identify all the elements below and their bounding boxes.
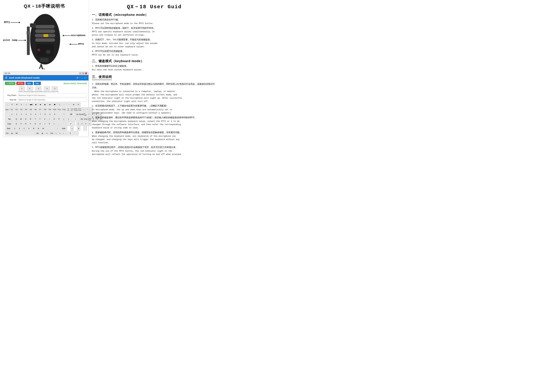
key-break[interactable]: BreakPause	[74, 107, 78, 112]
ptt1-button[interactable]: ✓ PTT1	[5, 82, 15, 85]
key-comma[interactable]: ,	[46, 126, 50, 131]
key-a[interactable]: A	[14, 121, 19, 126]
key-caps[interactable]: Caps	[5, 121, 14, 126]
spec-key-zoom[interactable]: ⊕	[71, 102, 76, 107]
upload-icon[interactable]: ↑	[79, 76, 80, 79]
key-np-period[interactable]: .	[75, 131, 79, 135]
key-backslash[interactable]: \	[71, 117, 80, 121]
key-b[interactable]: B	[31, 126, 36, 131]
key-2[interactable]: 2	[15, 112, 19, 116]
key-w[interactable]: W	[19, 117, 23, 121]
minimize-button[interactable]: －	[79, 72, 81, 74]
key-1[interactable]: 1	[10, 112, 14, 116]
key-del[interactable]: Del	[80, 117, 84, 121]
download-icon[interactable]: ↓	[81, 76, 83, 79]
mouse-right-button[interactable]: 🖱	[27, 86, 33, 91]
key-3[interactable]: 3	[19, 112, 24, 116]
hamburger-icon[interactable]: ☰	[5, 76, 7, 79]
key-minus[interactable]: -	[57, 112, 62, 116]
spec-key-right-arrow[interactable]: →	[67, 102, 71, 107]
key-f7[interactable]: F7	[38, 107, 43, 112]
mouse-five-button[interactable]: 🖱	[52, 86, 58, 91]
key-5[interactable]: 5	[29, 112, 33, 116]
key-d[interactable]: D	[24, 121, 28, 126]
key-ralt[interactable]: Alt	[35, 131, 40, 135]
key-u[interactable]: U	[43, 117, 47, 121]
key-np-dot[interactable]: .	[83, 126, 87, 131]
key-f12[interactable]: F12	[62, 107, 66, 112]
key-t[interactable]: T	[33, 117, 37, 121]
spec-key-search[interactable]: 🔍	[57, 102, 62, 107]
mouse-middle-button[interactable]: 🖱	[36, 86, 41, 91]
mouse-left-button[interactable]: 🖱	[19, 86, 25, 91]
key-lalt[interactable]: Alt	[15, 131, 19, 135]
key-numlock[interactable]: NumLock	[78, 107, 81, 112]
key-right-arrow[interactable]: >	[62, 131, 65, 135]
refresh-icon[interactable]: ↺	[76, 76, 78, 79]
key-np0[interactable]: 0	[77, 126, 80, 131]
key-backtick[interactable]: `	[5, 112, 9, 116]
ptt2-button[interactable]: PTT2	[16, 82, 24, 85]
spec-key-refresh[interactable]: ↻	[76, 102, 80, 107]
key-r[interactable]: R	[28, 117, 33, 121]
spec-key-next[interactable]: ⏭	[48, 102, 52, 107]
key-tab[interactable]: Tab	[5, 117, 14, 121]
key-x[interactable]: X	[17, 126, 22, 131]
close-button[interactable]: ✕	[85, 72, 87, 74]
spec-key-prev[interactable]: ◀	[33, 102, 38, 107]
key-z[interactable]: Z	[13, 126, 17, 131]
key-np1[interactable]: 1	[76, 121, 80, 126]
key-down-input[interactable]	[18, 93, 87, 97]
key-np2[interactable]: 2	[80, 121, 84, 126]
key-rwin[interactable]: ⊞	[40, 131, 44, 135]
key-home[interactable]: Home	[80, 112, 83, 116]
key-f8[interactable]: F8	[43, 107, 47, 112]
spec-key-rotate[interactable]: ↺	[10, 102, 14, 107]
mouse-four-button[interactable]: 🖱	[44, 86, 50, 91]
key-f5[interactable]: F5	[29, 107, 33, 112]
key-k[interactable]: K	[47, 121, 52, 126]
key-equals[interactable]: =	[62, 112, 66, 116]
key-f2[interactable]: F2	[15, 107, 19, 112]
key-l[interactable]: L	[52, 121, 57, 126]
spec-key-left-arrow[interactable]: ←	[62, 102, 66, 107]
key-menu[interactable]: ≡	[45, 131, 49, 135]
key-enter[interactable]: ↵	[66, 121, 75, 126]
key-rctrl[interactable]: Ctrl	[50, 131, 54, 135]
key-lockscr[interactable]: LockScr	[70, 107, 74, 112]
key-6[interactable]: 6	[33, 112, 38, 116]
key-esc[interactable]: Esc	[5, 107, 9, 112]
spec-key-cut[interactable]: ✂	[19, 102, 24, 107]
key-q[interactable]: Q	[14, 117, 19, 121]
key-up-input[interactable]	[18, 98, 87, 102]
spec-key-play[interactable]: ▶	[43, 102, 47, 107]
key-np-slash[interactable]: /	[82, 107, 85, 112]
key-f6[interactable]: F6	[33, 107, 38, 112]
key-m[interactable]: M	[41, 126, 45, 131]
globe-icon[interactable]: 🌐	[84, 76, 87, 79]
key-s[interactable]: S	[19, 121, 23, 126]
key-ins[interactable]: Ins	[76, 112, 79, 116]
maximize-button[interactable]: □	[82, 72, 84, 74]
key-lwin[interactable]: ⊞	[10, 131, 14, 135]
key-c[interactable]: C	[22, 126, 26, 131]
key-h[interactable]: H	[38, 121, 42, 126]
key-f4[interactable]: F4	[24, 107, 28, 112]
key-p[interactable]: P	[57, 117, 61, 121]
key-7[interactable]: 7	[38, 112, 43, 116]
spec-key-mail[interactable]: ✉	[15, 102, 19, 107]
key-down-arrow[interactable]: ∨	[58, 131, 62, 135]
vol-minus-button[interactable]: Vol-	[34, 82, 41, 85]
key-o[interactable]: O	[52, 117, 57, 121]
key-4[interactable]: 4	[24, 112, 28, 116]
key-rbracket[interactable]: ]	[66, 117, 71, 121]
key-pgup[interactable]: UpPage	[83, 112, 87, 116]
key-0[interactable]: 0	[52, 112, 57, 116]
key-i[interactable]: I	[47, 117, 52, 121]
spec-key-rewind[interactable]: ◀◀	[29, 102, 33, 107]
key-lbracket[interactable]: [	[62, 117, 66, 121]
key-np3[interactable]: 3	[84, 121, 88, 126]
spec-key-monitor[interactable]: ⬜	[5, 102, 9, 107]
key-y[interactable]: Y	[38, 117, 42, 121]
key-f3[interactable]: F3	[19, 107, 24, 112]
